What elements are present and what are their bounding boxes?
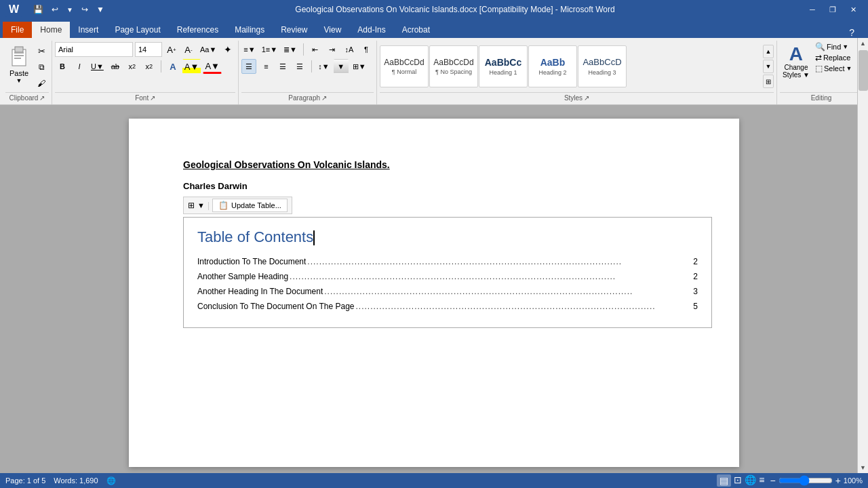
- underline-button[interactable]: U▼: [89, 59, 106, 74]
- tab-references[interactable]: References: [169, 22, 226, 38]
- change-styles-icon: A: [789, 45, 803, 64]
- zoom-out-button[interactable]: −: [770, 475, 775, 486]
- styles-scroll-down[interactable]: ▼: [763, 60, 774, 73]
- scroll-thumb[interactable]: [859, 50, 868, 91]
- superscript-button[interactable]: x2: [142, 59, 157, 74]
- shrink-font-button[interactable]: A-: [181, 42, 196, 57]
- outline-btn[interactable]: ≡: [759, 474, 764, 487]
- help-button[interactable]: ?: [849, 27, 854, 38]
- undo-arrow[interactable]: ▼: [64, 5, 76, 15]
- full-screen-btn[interactable]: ⊡: [734, 474, 742, 487]
- bullets-button[interactable]: ≡▼: [241, 42, 257, 57]
- paste-button[interactable]: Paste ▼: [5, 42, 33, 85]
- align-left-button[interactable]: ☰: [241, 59, 256, 74]
- language-icon[interactable]: 🌐: [106, 476, 116, 485]
- formatpainter-button[interactable]: 🖌: [34, 76, 49, 91]
- undo-quickbtn[interactable]: ↩: [49, 3, 61, 16]
- replace-button[interactable]: ⇄ Replace: [815, 53, 852, 62]
- change-case-button[interactable]: Aa▼: [198, 42, 218, 57]
- subscript-button[interactable]: x2: [125, 59, 140, 74]
- clear-format-button[interactable]: ✦: [220, 42, 235, 57]
- zoom-slider[interactable]: [778, 477, 833, 484]
- borders-button[interactable]: ⊞▼: [351, 59, 368, 74]
- style-normal[interactable]: AaBbCcDd ¶ Normal: [380, 45, 429, 87]
- toc-entry-3[interactable]: Another Heading In The Document ........…: [197, 287, 698, 296]
- find-arrow[interactable]: ▼: [842, 43, 848, 50]
- cut-button[interactable]: ✂: [34, 43, 49, 58]
- tab-view[interactable]: View: [316, 22, 350, 38]
- update-table-button[interactable]: 📋 Update Table...: [212, 199, 288, 212]
- select-button[interactable]: ⬚ Select ▼: [815, 64, 852, 73]
- tab-acrobat[interactable]: Acrobat: [394, 22, 438, 38]
- grow-font-button[interactable]: A+: [164, 42, 179, 57]
- clipboard-sub-buttons: ✂ ⧉ 🖌: [34, 42, 49, 91]
- styles-expand[interactable]: ⊞: [763, 75, 774, 88]
- tab-home[interactable]: Home: [32, 22, 70, 38]
- save-quickbtn[interactable]: 💾: [31, 3, 46, 16]
- shading-button[interactable]: ▼: [334, 59, 349, 74]
- style-heading3-label: Heading 3: [588, 69, 616, 76]
- select-arrow[interactable]: ▼: [846, 65, 852, 72]
- strikethrough-button[interactable]: ab: [108, 59, 123, 74]
- style-heading3[interactable]: AaBbCcD Heading 3: [578, 45, 627, 87]
- font-expand-icon[interactable]: ↗: [150, 94, 155, 102]
- styles-gallery: AaBbCcDd ¶ Normal AaBbCcDd ¶ No Spacing …: [380, 45, 760, 87]
- tab-review[interactable]: Review: [273, 22, 315, 38]
- restore-button[interactable]: ❐: [823, 0, 842, 19]
- copy-button[interactable]: ⧉: [34, 60, 49, 75]
- customize-quick[interactable]: ▼: [94, 3, 107, 16]
- tab-pagelayout[interactable]: Page Layout: [106, 22, 168, 38]
- document-page[interactable]: Geological Observations On Volcanic Isla…: [129, 119, 739, 467]
- zoom-in-button[interactable]: +: [835, 475, 841, 486]
- text-effect-button[interactable]: A: [165, 59, 180, 74]
- zoom-level[interactable]: 100%: [844, 476, 863, 485]
- toc-box[interactable]: Table of Contents Introduction To The Do…: [183, 217, 712, 328]
- clipboard-label: Clipboard ↗: [5, 92, 49, 103]
- multilevel-button[interactable]: ≣▼: [281, 42, 299, 57]
- tab-mailings[interactable]: Mailings: [226, 22, 273, 38]
- font-color-button[interactable]: A▼: [203, 59, 222, 74]
- close-button[interactable]: ✕: [844, 0, 863, 19]
- paste-arrow[interactable]: ▼: [16, 77, 22, 84]
- justify-button[interactable]: ☰: [292, 59, 307, 74]
- scroll-up-button[interactable]: ▲: [858, 38, 869, 49]
- numbering-button[interactable]: 1≡▼: [260, 42, 279, 57]
- font-name-input[interactable]: [55, 42, 133, 57]
- font-row-2: B I U▼ ab x2 x2 A A▼ A▼: [55, 59, 222, 74]
- web-layout-btn[interactable]: 🌐: [745, 474, 756, 487]
- tab-addins[interactable]: Add-Ins: [349, 22, 393, 38]
- update-table-dropdown[interactable]: ▼: [197, 201, 205, 209]
- para-expand-icon[interactable]: ↗: [321, 94, 327, 102]
- find-button[interactable]: 🔍 Find ▼: [815, 42, 852, 52]
- toc-entry-2[interactable]: Another Sample Heading .................…: [197, 272, 698, 281]
- print-layout-btn[interactable]: ▤: [717, 474, 731, 487]
- change-styles-button[interactable]: A ChangeStyles ▼: [780, 42, 812, 81]
- tab-insert[interactable]: Insert: [70, 22, 106, 38]
- style-heading1[interactable]: AaBbCc Heading 1: [479, 45, 528, 87]
- style-heading1-preview: AaBbCc: [485, 57, 521, 68]
- italic-button[interactable]: I: [72, 59, 87, 74]
- styles-scroll-up[interactable]: ▲: [763, 45, 774, 58]
- styles-expand-icon[interactable]: ↗: [584, 94, 589, 102]
- clipboard-expand-icon[interactable]: ↗: [39, 94, 45, 102]
- align-right-button[interactable]: ☰: [275, 59, 290, 74]
- style-heading2[interactable]: AaBb Heading 2: [528, 45, 577, 87]
- decrease-indent-button[interactable]: ⇤: [308, 42, 323, 57]
- style-heading2-preview: AaBb: [540, 57, 566, 68]
- highlight-button[interactable]: A▼: [182, 59, 201, 74]
- redo-quickbtn[interactable]: ↪: [79, 3, 91, 16]
- toc-entry-3-page: 3: [693, 287, 698, 296]
- align-center-button[interactable]: ≡: [258, 59, 273, 74]
- toc-entry-4[interactable]: Conclusion To The Document On The Page .…: [197, 302, 698, 311]
- increase-indent-button[interactable]: ⇥: [325, 42, 340, 57]
- toc-entry-1[interactable]: Introduction To The Document ...........…: [197, 257, 698, 266]
- minimize-button[interactable]: ─: [803, 0, 822, 19]
- scroll-down-button[interactable]: ▼: [858, 462, 869, 473]
- linespacing-button[interactable]: ↕▼: [316, 59, 331, 74]
- tab-file[interactable]: File: [3, 22, 32, 38]
- bold-button[interactable]: B: [55, 59, 70, 74]
- show-formatting-button[interactable]: ¶: [359, 42, 374, 57]
- style-nospacing[interactable]: AaBbCcDd ¶ No Spacing: [429, 45, 478, 87]
- font-size-input[interactable]: [135, 42, 162, 57]
- sort-button[interactable]: ↕A: [342, 42, 357, 57]
